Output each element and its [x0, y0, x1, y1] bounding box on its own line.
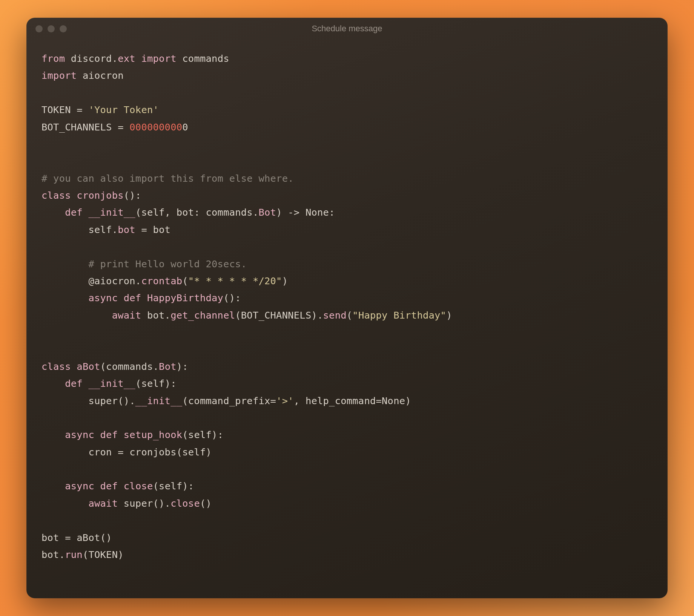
titlebar: Schedule message [26, 18, 668, 40]
code-token: , help_command=None) [294, 395, 411, 406]
code-token: def [124, 292, 141, 303]
code-token: setup_hook [124, 429, 183, 440]
code-token: run [65, 549, 83, 560]
code-token [94, 480, 100, 492]
code-token: HappyBirthday [147, 292, 223, 303]
code-token: close [124, 480, 153, 492]
code-token: TOKEN = [41, 104, 88, 115]
code-token: close [170, 498, 200, 509]
code-token [41, 429, 65, 440]
code-token: (self): [135, 378, 177, 389]
code-token: @aiocron. [41, 275, 141, 287]
code-token: super(). [41, 395, 135, 406]
code-token: class [41, 190, 71, 201]
code-comment: # print Hello world 20secs. [88, 258, 247, 270]
code-token: await [88, 498, 118, 509]
code-token: 0 [182, 121, 188, 133]
code-token: "* * * * * */20" [188, 275, 282, 287]
code-token [118, 292, 124, 303]
code-token [94, 429, 100, 440]
code-token: . [112, 53, 118, 64]
code-token: __init__ [88, 207, 135, 218]
code-token: (self, bot: commands. [135, 207, 259, 218]
code-token: ext [118, 53, 135, 64]
code-token: ) [446, 310, 452, 321]
code-token [41, 310, 112, 321]
code-token: get_channel [170, 310, 235, 321]
code-token: (self): [182, 429, 223, 440]
code-content[interactable]: from discord.ext import commands import … [26, 40, 668, 578]
code-token [41, 292, 88, 303]
code-token: async [88, 292, 118, 303]
maximize-icon[interactable] [60, 25, 67, 32]
code-token: bot = aBot() [41, 532, 112, 543]
code-token: bot [118, 224, 135, 235]
code-token [41, 480, 65, 492]
code-token: await [112, 310, 141, 321]
code-token: bot. [41, 549, 65, 560]
code-token: aBot [77, 361, 100, 372]
code-token: ( [182, 275, 188, 287]
code-token [41, 258, 88, 270]
code-token: (): [223, 292, 241, 303]
code-token: self. [41, 224, 118, 235]
close-icon[interactable] [35, 25, 43, 32]
code-token: aiocron [77, 70, 123, 81]
code-token [41, 207, 65, 218]
code-token [83, 207, 89, 218]
window-title: Schedule message [26, 24, 668, 34]
code-token [118, 480, 124, 492]
code-token: crontab [141, 275, 182, 287]
code-token [83, 378, 89, 389]
code-token: '>' [276, 395, 294, 406]
traffic-lights [35, 25, 67, 32]
code-token: BOT_CHANNELS = [41, 121, 129, 133]
code-token: import [41, 70, 77, 81]
code-token: 'Your Token' [88, 104, 159, 115]
code-token: (TOKEN) [83, 549, 124, 560]
code-token: (command_prefix= [182, 395, 276, 406]
code-token: = bot [135, 224, 170, 235]
code-token: super(). [118, 498, 170, 509]
code-token: ) [282, 275, 288, 287]
code-comment: # you can also import this from else whe… [41, 173, 294, 184]
code-token: __init__ [88, 378, 135, 389]
code-token: async [65, 480, 94, 492]
code-token: import [141, 53, 176, 64]
code-token: bot. [141, 310, 170, 321]
code-token: ): [177, 361, 188, 372]
code-token: __init__ [135, 395, 182, 406]
code-token: def [65, 207, 83, 218]
code-token: "Happy Birthday" [352, 310, 446, 321]
code-window: Schedule message from discord.ext import… [26, 18, 668, 598]
code-token: discord [65, 53, 112, 64]
code-token: cron = cronjobs(self) [41, 446, 212, 458]
code-token [71, 361, 77, 372]
code-token: async [65, 429, 94, 440]
code-token: ( [347, 310, 353, 321]
code-token [41, 498, 88, 509]
code-token: 000000000 [129, 121, 182, 133]
code-token: (BOT_CHANNELS). [235, 310, 323, 321]
code-token: (): [124, 190, 141, 201]
code-token: (self): [153, 480, 194, 492]
code-token: def [100, 429, 118, 440]
code-token: () [200, 498, 212, 509]
code-token [135, 53, 141, 64]
code-token: def [65, 378, 83, 389]
code-token: from [41, 53, 65, 64]
code-token [41, 378, 65, 389]
code-token [71, 190, 77, 201]
code-token: def [100, 480, 118, 492]
minimize-icon[interactable] [48, 25, 55, 32]
code-token: send [323, 310, 347, 321]
code-token: commands [177, 53, 229, 64]
code-token: (commands. [100, 361, 159, 372]
code-token: class [41, 361, 71, 372]
code-token: ) -> None: [276, 207, 335, 218]
code-token [118, 429, 124, 440]
code-token: Bot [258, 207, 276, 218]
code-token: cronjobs [77, 190, 123, 201]
code-token: Bot [159, 361, 177, 372]
code-token [141, 292, 147, 303]
